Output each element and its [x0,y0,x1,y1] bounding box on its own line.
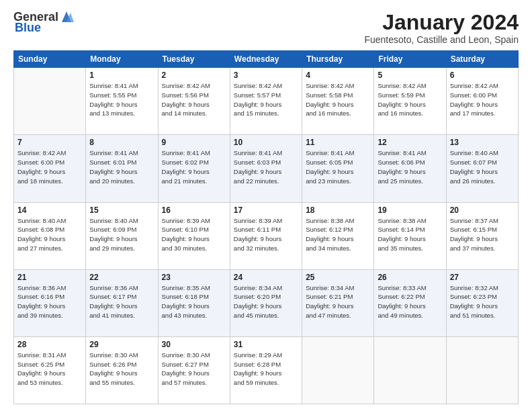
day-number: 18 [306,205,370,215]
weekday-header-friday: Friday [374,51,446,68]
weekday-header-tuesday: Tuesday [158,51,230,68]
calendar-cell: 14Sunrise: 8:40 AMSunset: 6:08 PMDayligh… [14,202,86,269]
cell-content: Sunrise: 8:42 AMSunset: 5:56 PMDaylight:… [162,81,226,118]
title-block: January 2024 Fuentesoto, Castille and Le… [364,11,519,45]
day-number: 23 [162,273,226,282]
logo-icon [59,10,74,24]
month-title: January 2024 [364,11,519,34]
weekday-header-saturday: Saturday [446,51,518,68]
calendar-cell: 18Sunrise: 8:38 AMSunset: 6:12 PMDayligh… [302,202,374,269]
calendar-cell: 30Sunrise: 8:30 AMSunset: 6:27 PMDayligh… [158,336,230,404]
calendar-cell: 26Sunrise: 8:33 AMSunset: 6:22 PMDayligh… [374,269,446,336]
calendar-cell: 3Sunrise: 8:42 AMSunset: 5:57 PMDaylight… [230,68,302,135]
day-number: 20 [450,205,515,215]
cell-content: Sunrise: 8:36 AMSunset: 6:17 PMDaylight:… [89,283,154,320]
calendar-cell: 19Sunrise: 8:38 AMSunset: 6:14 PMDayligh… [374,202,446,269]
day-number: 7 [17,138,82,147]
calendar-cell [14,68,86,135]
weekday-header-row: SundayMondayTuesdayWednesdayThursdayFrid… [14,51,519,68]
cell-content: Sunrise: 8:30 AMSunset: 6:26 PMDaylight:… [89,351,154,387]
calendar-cell: 21Sunrise: 8:36 AMSunset: 6:16 PMDayligh… [14,269,86,336]
logo-blue-text: Blue [15,21,41,35]
calendar-cell: 13Sunrise: 8:40 AMSunset: 6:07 PMDayligh… [446,135,518,202]
cell-content: Sunrise: 8:42 AMSunset: 6:00 PMDaylight:… [450,81,515,118]
cell-content: Sunrise: 8:36 AMSunset: 6:16 PMDaylight:… [17,283,82,320]
cell-content: Sunrise: 8:42 AMSunset: 5:57 PMDaylight:… [234,81,298,118]
day-number: 17 [234,205,298,215]
day-number: 2 [162,71,226,80]
cell-content: Sunrise: 8:37 AMSunset: 6:15 PMDaylight:… [450,216,515,253]
cell-content: Sunrise: 8:31 AMSunset: 6:25 PMDaylight:… [17,351,82,387]
calendar-week-row: 7Sunrise: 8:42 AMSunset: 6:00 PMDaylight… [14,135,519,202]
cell-content: Sunrise: 8:39 AMSunset: 6:10 PMDaylight:… [162,216,226,253]
cell-content: Sunrise: 8:41 AMSunset: 6:06 PMDaylight:… [378,148,442,185]
cell-content: Sunrise: 8:42 AMSunset: 5:58 PMDaylight:… [306,81,370,118]
calendar-cell: 12Sunrise: 8:41 AMSunset: 6:06 PMDayligh… [374,135,446,202]
cell-content: Sunrise: 8:39 AMSunset: 6:11 PMDaylight:… [234,216,298,253]
calendar-cell: 23Sunrise: 8:35 AMSunset: 6:18 PMDayligh… [158,269,230,336]
weekday-header-monday: Monday [86,51,158,68]
calendar-cell: 28Sunrise: 8:31 AMSunset: 6:25 PMDayligh… [14,336,86,404]
cell-content: Sunrise: 8:41 AMSunset: 6:05 PMDaylight:… [306,148,370,185]
calendar-table: SundayMondayTuesdayWednesdayThursdayFrid… [13,50,519,404]
calendar-cell: 16Sunrise: 8:39 AMSunset: 6:10 PMDayligh… [158,202,230,269]
calendar-cell: 10Sunrise: 8:41 AMSunset: 6:03 PMDayligh… [230,135,302,202]
cell-content: Sunrise: 8:42 AMSunset: 5:59 PMDaylight:… [378,81,442,118]
cell-content: Sunrise: 8:41 AMSunset: 5:55 PMDaylight:… [89,81,154,118]
logo: General Blue [13,11,74,35]
day-number: 22 [89,273,154,282]
cell-content: Sunrise: 8:32 AMSunset: 6:23 PMDaylight:… [450,283,515,320]
day-number: 8 [89,138,154,147]
calendar-cell: 6Sunrise: 8:42 AMSunset: 6:00 PMDaylight… [446,68,518,135]
cell-content: Sunrise: 8:29 AMSunset: 6:28 PMDaylight:… [234,351,298,387]
cell-content: Sunrise: 8:41 AMSunset: 6:03 PMDaylight:… [234,148,298,185]
day-number: 12 [378,138,442,147]
cell-content: Sunrise: 8:38 AMSunset: 6:12 PMDaylight:… [306,216,370,253]
cell-content: Sunrise: 8:40 AMSunset: 6:07 PMDaylight:… [450,148,515,185]
calendar-cell: 31Sunrise: 8:29 AMSunset: 6:28 PMDayligh… [230,336,302,404]
cell-content: Sunrise: 8:34 AMSunset: 6:20 PMDaylight:… [234,283,298,320]
location: Fuentesoto, Castille and Leon, Spain [364,34,519,45]
calendar-cell: 25Sunrise: 8:34 AMSunset: 6:21 PMDayligh… [302,269,374,336]
calendar-cell: 2Sunrise: 8:42 AMSunset: 5:56 PMDaylight… [158,68,230,135]
calendar-cell: 17Sunrise: 8:39 AMSunset: 6:11 PMDayligh… [230,202,302,269]
day-number: 6 [450,71,515,80]
cell-content: Sunrise: 8:34 AMSunset: 6:21 PMDaylight:… [306,283,370,320]
cell-content: Sunrise: 8:35 AMSunset: 6:18 PMDaylight:… [162,283,226,320]
page: General Blue January 2024 Fuentesoto, Ca… [0,0,532,411]
calendar-cell: 7Sunrise: 8:42 AMSunset: 6:00 PMDaylight… [14,135,86,202]
day-number: 3 [234,71,298,80]
day-number: 14 [17,205,82,215]
day-number: 9 [162,138,226,147]
calendar-week-row: 28Sunrise: 8:31 AMSunset: 6:25 PMDayligh… [14,336,519,404]
day-number: 28 [17,340,82,349]
calendar-week-row: 1Sunrise: 8:41 AMSunset: 5:55 PMDaylight… [14,68,519,135]
day-number: 13 [450,138,515,147]
day-number: 27 [450,273,515,282]
header: General Blue January 2024 Fuentesoto, Ca… [13,11,519,45]
calendar-week-row: 14Sunrise: 8:40 AMSunset: 6:08 PMDayligh… [14,202,519,269]
calendar-cell: 8Sunrise: 8:41 AMSunset: 6:01 PMDaylight… [86,135,158,202]
day-number: 24 [234,273,298,282]
cell-content: Sunrise: 8:40 AMSunset: 6:08 PMDaylight:… [17,216,82,253]
day-number: 4 [306,71,370,80]
day-number: 29 [89,340,154,349]
day-number: 25 [306,273,370,282]
day-number: 21 [17,273,82,282]
day-number: 31 [234,340,298,349]
calendar-cell [374,336,446,404]
calendar-cell: 24Sunrise: 8:34 AMSunset: 6:20 PMDayligh… [230,269,302,336]
cell-content: Sunrise: 8:30 AMSunset: 6:27 PMDaylight:… [162,351,226,387]
day-number: 30 [162,340,226,349]
weekday-header-thursday: Thursday [302,51,374,68]
cell-content: Sunrise: 8:42 AMSunset: 6:00 PMDaylight:… [17,148,82,185]
calendar-cell [446,336,518,404]
calendar-cell: 5Sunrise: 8:42 AMSunset: 5:59 PMDaylight… [374,68,446,135]
day-number: 19 [378,205,442,215]
day-number: 11 [306,138,370,147]
calendar-cell: 27Sunrise: 8:32 AMSunset: 6:23 PMDayligh… [446,269,518,336]
cell-content: Sunrise: 8:38 AMSunset: 6:14 PMDaylight:… [378,216,442,253]
calendar-cell: 9Sunrise: 8:41 AMSunset: 6:02 PMDaylight… [158,135,230,202]
cell-content: Sunrise: 8:41 AMSunset: 6:01 PMDaylight:… [89,148,154,185]
day-number: 1 [89,71,154,80]
